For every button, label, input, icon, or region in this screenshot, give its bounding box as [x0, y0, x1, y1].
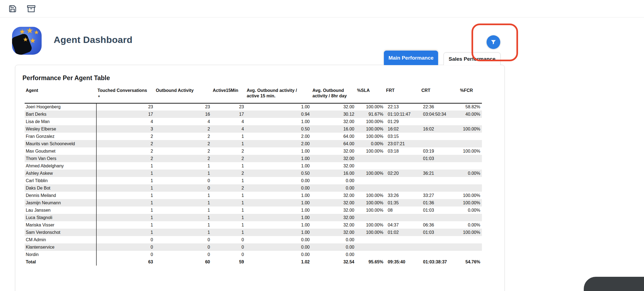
- page-title: Agent Dashboard: [54, 34, 133, 45]
- table-row: Daks De Bot1020.000.00: [25, 184, 482, 192]
- table-cell: 59: [212, 258, 246, 266]
- table-cell: 1.00: [246, 118, 311, 125]
- table-cell: 0.94: [246, 110, 311, 118]
- table-cell: 1: [96, 177, 155, 184]
- tab-sales-performance[interactable]: Sales Performance: [444, 53, 501, 65]
- table-cell: [385, 251, 420, 258]
- table-cell: 32.00: [311, 103, 356, 110]
- column-header[interactable]: Avg. Outbound activity / 8hr day: [311, 86, 356, 103]
- table-cell: 23: [212, 103, 246, 110]
- table-cell: CM Admin: [25, 236, 96, 243]
- table-cell: 23: [155, 103, 212, 110]
- table-cell: 1.00: [246, 155, 311, 162]
- table-cell: 32.00: [311, 206, 356, 214]
- table-cell: [420, 162, 459, 170]
- table-cell: 22:36: [420, 103, 459, 110]
- table-cell: [385, 162, 420, 170]
- column-header[interactable]: FRT: [385, 86, 420, 103]
- table-cell: [459, 140, 482, 147]
- table-cell: 2: [212, 155, 246, 162]
- column-header-label: Agent: [26, 88, 38, 93]
- star-icon: ★: [19, 28, 25, 35]
- table-row: Lau Janssen1111.0032.00100.00%0801:030.0…: [25, 206, 482, 214]
- archive-icon[interactable]: [27, 4, 36, 13]
- corner-overlay: [584, 277, 644, 291]
- filter-button[interactable]: [487, 35, 500, 49]
- table-cell: 60: [155, 258, 212, 266]
- table-cell: 17: [96, 110, 155, 118]
- table-cell: 01:03:38:37: [420, 258, 459, 266]
- table-cell: [459, 162, 482, 170]
- column-header[interactable]: Outbound Activity: [155, 86, 212, 103]
- column-header[interactable]: Avg. Outbound activity / active 15 min.: [246, 86, 311, 103]
- table-cell: 1: [96, 184, 155, 192]
- table-cell: Joeri Hoogenberg: [25, 103, 96, 110]
- table-cell: Ahmed Abdelghany: [25, 162, 96, 170]
- table-cell: Maurits van Schooneveld: [25, 140, 96, 147]
- table-cell: 03:19: [420, 147, 459, 155]
- table-cell: 0: [212, 236, 246, 243]
- table-cell: 100.00%: [356, 199, 385, 206]
- column-header[interactable]: Agent: [25, 86, 96, 103]
- table-cell: 33:27: [420, 192, 459, 199]
- table-cell: 1: [212, 206, 246, 214]
- save-icon[interactable]: [8, 4, 17, 13]
- table-cell: 1: [212, 221, 246, 229]
- table-cell: 0.00%: [459, 206, 482, 214]
- column-header[interactable]: Active15Min: [212, 86, 246, 103]
- table-row: Luca Stagnoli1111.0032.00: [25, 214, 482, 221]
- table-cell: 1: [212, 140, 246, 147]
- table-cell: 2: [155, 155, 212, 162]
- table-cell: 1.00: [246, 229, 311, 236]
- column-header[interactable]: CRT: [420, 86, 459, 103]
- table-cell: 64.00: [311, 133, 356, 140]
- table-cell: 1: [96, 214, 155, 221]
- table-cell: 1: [155, 199, 212, 206]
- table-header: AgentTouched Conversations▼Outbound Acti…: [25, 86, 482, 103]
- table-cell: [420, 236, 459, 243]
- table-cell: [385, 236, 420, 243]
- table-cell: 0.00%: [459, 221, 482, 229]
- table-cell: 100.00%: [459, 125, 482, 133]
- table-cell: 91.67%: [356, 110, 385, 118]
- table-cell: 1.00: [246, 206, 311, 214]
- sort-desc-icon[interactable]: ▼: [97, 95, 153, 98]
- table-cell: 1: [96, 170, 155, 177]
- table-cell: 36:21: [420, 170, 459, 177]
- column-header[interactable]: %FCR: [459, 86, 482, 103]
- top-toolbar: [0, 0, 644, 18]
- table-cell: 100.00%: [356, 118, 385, 125]
- column-header[interactable]: %SLA: [356, 86, 385, 103]
- table-cell: 1: [96, 229, 155, 236]
- table-cell: 0: [96, 243, 155, 251]
- table-cell: 1: [155, 170, 212, 177]
- table-cell: 4: [212, 125, 246, 133]
- table-cell: [420, 184, 459, 192]
- table-cell: [420, 133, 459, 140]
- table-cell: 01:10:11:47: [385, 110, 420, 118]
- table-cell: 1: [212, 199, 246, 206]
- table-cell: [459, 155, 482, 162]
- table-cell: 2.00: [246, 140, 311, 147]
- table-cell: 16.00: [311, 125, 356, 133]
- table-cell: [459, 214, 482, 221]
- table-cell: 0.50: [246, 125, 311, 133]
- table-cell: [459, 177, 482, 184]
- performance-table: AgentTouched Conversations▼Outbound Acti…: [25, 86, 482, 266]
- table-cell: 54.76%: [459, 258, 482, 266]
- table-cell: Sam Verdonschot: [25, 229, 96, 236]
- table-cell: Bart Derks: [25, 110, 96, 118]
- table-cell: 0.00%: [459, 170, 482, 177]
- table-cell: 0: [212, 243, 246, 251]
- table-cell: [459, 236, 482, 243]
- table-cell: 01:03: [420, 206, 459, 214]
- table-cell: 100.00%: [356, 133, 385, 140]
- table-cell: [356, 155, 385, 162]
- table-cell: 1.00: [246, 221, 311, 229]
- table-cell: 03:04:50:34: [420, 110, 459, 118]
- tab-main-performance[interactable]: Main Performance: [384, 51, 438, 65]
- table-cell: 0.00: [246, 177, 311, 184]
- column-header[interactable]: Touched Conversations▼: [96, 86, 155, 103]
- table-cell: Dennis Meiland: [25, 192, 96, 199]
- table-cell: 2: [155, 140, 212, 147]
